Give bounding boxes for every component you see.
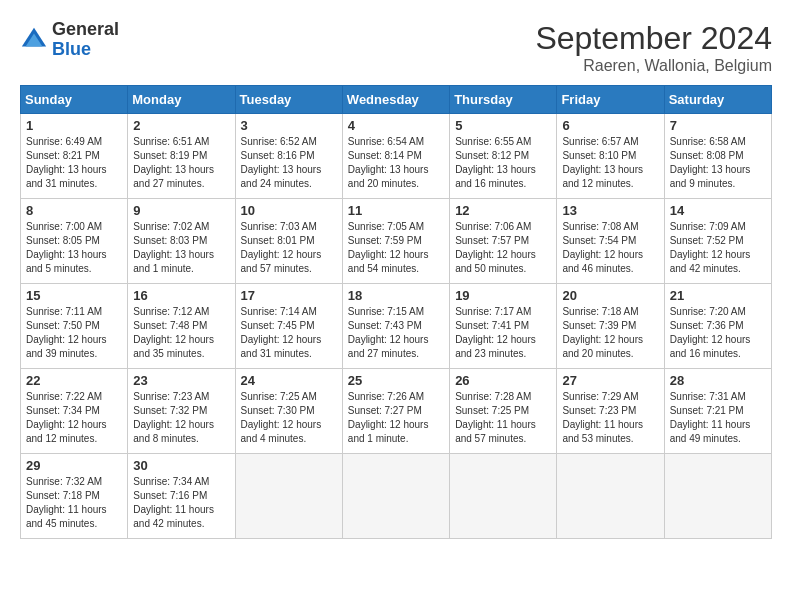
day-number: 22 (26, 373, 122, 388)
day-number: 6 (562, 118, 658, 133)
logo: General Blue (20, 20, 119, 60)
calendar-cell: 7Sunrise: 6:58 AMSunset: 8:08 PMDaylight… (664, 114, 771, 199)
logo-general: General (52, 20, 119, 40)
day-info: Sunrise: 6:51 AMSunset: 8:19 PMDaylight:… (133, 135, 229, 191)
calendar-cell: 26Sunrise: 7:28 AMSunset: 7:25 PMDayligh… (450, 369, 557, 454)
calendar-cell (235, 454, 342, 539)
calendar-cell: 3Sunrise: 6:52 AMSunset: 8:16 PMDaylight… (235, 114, 342, 199)
calendar-cell: 29Sunrise: 7:32 AMSunset: 7:18 PMDayligh… (21, 454, 128, 539)
calendar-cell: 8Sunrise: 7:00 AMSunset: 8:05 PMDaylight… (21, 199, 128, 284)
week-row-3: 15Sunrise: 7:11 AMSunset: 7:50 PMDayligh… (21, 284, 772, 369)
day-number: 9 (133, 203, 229, 218)
calendar-cell (664, 454, 771, 539)
day-info: Sunrise: 7:09 AMSunset: 7:52 PMDaylight:… (670, 220, 766, 276)
calendar-cell: 5Sunrise: 6:55 AMSunset: 8:12 PMDaylight… (450, 114, 557, 199)
day-number: 24 (241, 373, 337, 388)
day-number: 12 (455, 203, 551, 218)
day-header-thursday: Thursday (450, 86, 557, 114)
calendar-cell (450, 454, 557, 539)
day-info: Sunrise: 7:25 AMSunset: 7:30 PMDaylight:… (241, 390, 337, 446)
day-info: Sunrise: 7:18 AMSunset: 7:39 PMDaylight:… (562, 305, 658, 361)
calendar-cell: 4Sunrise: 6:54 AMSunset: 8:14 PMDaylight… (342, 114, 449, 199)
day-header-sunday: Sunday (21, 86, 128, 114)
day-number: 4 (348, 118, 444, 133)
calendar-cell: 9Sunrise: 7:02 AMSunset: 8:03 PMDaylight… (128, 199, 235, 284)
day-info: Sunrise: 7:28 AMSunset: 7:25 PMDaylight:… (455, 390, 551, 446)
day-info: Sunrise: 7:34 AMSunset: 7:16 PMDaylight:… (133, 475, 229, 531)
calendar-cell: 22Sunrise: 7:22 AMSunset: 7:34 PMDayligh… (21, 369, 128, 454)
day-number: 11 (348, 203, 444, 218)
day-info: Sunrise: 7:31 AMSunset: 7:21 PMDaylight:… (670, 390, 766, 446)
page-header: General Blue September 2024 Raeren, Wall… (20, 20, 772, 75)
calendar-table: SundayMondayTuesdayWednesdayThursdayFrid… (20, 85, 772, 539)
day-header-wednesday: Wednesday (342, 86, 449, 114)
day-info: Sunrise: 7:29 AMSunset: 7:23 PMDaylight:… (562, 390, 658, 446)
day-header-friday: Friday (557, 86, 664, 114)
calendar-cell: 27Sunrise: 7:29 AMSunset: 7:23 PMDayligh… (557, 369, 664, 454)
day-info: Sunrise: 7:00 AMSunset: 8:05 PMDaylight:… (26, 220, 122, 276)
title-area: September 2024 Raeren, Wallonia, Belgium (535, 20, 772, 75)
calendar-cell: 1Sunrise: 6:49 AMSunset: 8:21 PMDaylight… (21, 114, 128, 199)
day-info: Sunrise: 7:17 AMSunset: 7:41 PMDaylight:… (455, 305, 551, 361)
calendar-cell: 2Sunrise: 6:51 AMSunset: 8:19 PMDaylight… (128, 114, 235, 199)
day-number: 23 (133, 373, 229, 388)
day-number: 7 (670, 118, 766, 133)
day-number: 20 (562, 288, 658, 303)
week-row-4: 22Sunrise: 7:22 AMSunset: 7:34 PMDayligh… (21, 369, 772, 454)
day-number: 14 (670, 203, 766, 218)
day-number: 2 (133, 118, 229, 133)
day-info: Sunrise: 7:32 AMSunset: 7:18 PMDaylight:… (26, 475, 122, 531)
day-number: 25 (348, 373, 444, 388)
calendar-cell: 30Sunrise: 7:34 AMSunset: 7:16 PMDayligh… (128, 454, 235, 539)
day-info: Sunrise: 7:05 AMSunset: 7:59 PMDaylight:… (348, 220, 444, 276)
day-info: Sunrise: 7:03 AMSunset: 8:01 PMDaylight:… (241, 220, 337, 276)
day-number: 5 (455, 118, 551, 133)
calendar-cell: 23Sunrise: 7:23 AMSunset: 7:32 PMDayligh… (128, 369, 235, 454)
day-number: 27 (562, 373, 658, 388)
calendar-cell: 10Sunrise: 7:03 AMSunset: 8:01 PMDayligh… (235, 199, 342, 284)
day-number: 26 (455, 373, 551, 388)
day-number: 1 (26, 118, 122, 133)
calendar-cell: 25Sunrise: 7:26 AMSunset: 7:27 PMDayligh… (342, 369, 449, 454)
day-header-tuesday: Tuesday (235, 86, 342, 114)
day-info: Sunrise: 7:23 AMSunset: 7:32 PMDaylight:… (133, 390, 229, 446)
calendar-cell (342, 454, 449, 539)
day-info: Sunrise: 7:06 AMSunset: 7:57 PMDaylight:… (455, 220, 551, 276)
day-number: 13 (562, 203, 658, 218)
week-row-5: 29Sunrise: 7:32 AMSunset: 7:18 PMDayligh… (21, 454, 772, 539)
calendar-cell: 17Sunrise: 7:14 AMSunset: 7:45 PMDayligh… (235, 284, 342, 369)
day-header-monday: Monday (128, 86, 235, 114)
day-number: 18 (348, 288, 444, 303)
day-info: Sunrise: 7:12 AMSunset: 7:48 PMDaylight:… (133, 305, 229, 361)
day-number: 3 (241, 118, 337, 133)
logo-blue: Blue (52, 40, 119, 60)
day-number: 21 (670, 288, 766, 303)
day-info: Sunrise: 6:49 AMSunset: 8:21 PMDaylight:… (26, 135, 122, 191)
week-row-1: 1Sunrise: 6:49 AMSunset: 8:21 PMDaylight… (21, 114, 772, 199)
day-info: Sunrise: 6:55 AMSunset: 8:12 PMDaylight:… (455, 135, 551, 191)
day-info: Sunrise: 6:57 AMSunset: 8:10 PMDaylight:… (562, 135, 658, 191)
day-number: 15 (26, 288, 122, 303)
calendar-cell: 15Sunrise: 7:11 AMSunset: 7:50 PMDayligh… (21, 284, 128, 369)
day-number: 19 (455, 288, 551, 303)
day-info: Sunrise: 6:54 AMSunset: 8:14 PMDaylight:… (348, 135, 444, 191)
calendar-cell: 19Sunrise: 7:17 AMSunset: 7:41 PMDayligh… (450, 284, 557, 369)
day-info: Sunrise: 6:52 AMSunset: 8:16 PMDaylight:… (241, 135, 337, 191)
day-number: 28 (670, 373, 766, 388)
day-info: Sunrise: 7:02 AMSunset: 8:03 PMDaylight:… (133, 220, 229, 276)
calendar-cell: 20Sunrise: 7:18 AMSunset: 7:39 PMDayligh… (557, 284, 664, 369)
day-info: Sunrise: 7:08 AMSunset: 7:54 PMDaylight:… (562, 220, 658, 276)
day-info: Sunrise: 7:11 AMSunset: 7:50 PMDaylight:… (26, 305, 122, 361)
logo-icon (20, 26, 48, 54)
day-info: Sunrise: 7:22 AMSunset: 7:34 PMDaylight:… (26, 390, 122, 446)
day-info: Sunrise: 6:58 AMSunset: 8:08 PMDaylight:… (670, 135, 766, 191)
day-number: 29 (26, 458, 122, 473)
calendar-cell: 28Sunrise: 7:31 AMSunset: 7:21 PMDayligh… (664, 369, 771, 454)
calendar-header-row: SundayMondayTuesdayWednesdayThursdayFrid… (21, 86, 772, 114)
day-info: Sunrise: 7:20 AMSunset: 7:36 PMDaylight:… (670, 305, 766, 361)
day-info: Sunrise: 7:15 AMSunset: 7:43 PMDaylight:… (348, 305, 444, 361)
calendar-cell: 24Sunrise: 7:25 AMSunset: 7:30 PMDayligh… (235, 369, 342, 454)
calendar-cell: 18Sunrise: 7:15 AMSunset: 7:43 PMDayligh… (342, 284, 449, 369)
calendar-cell: 6Sunrise: 6:57 AMSunset: 8:10 PMDaylight… (557, 114, 664, 199)
logo-text: General Blue (52, 20, 119, 60)
